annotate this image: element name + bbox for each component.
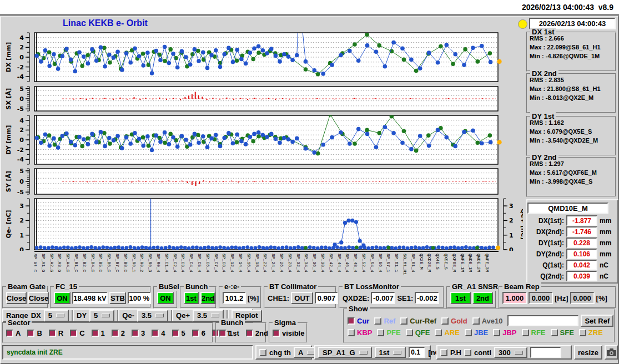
sector-checkbox-1[interactable] xyxy=(92,330,99,337)
bunch-2nd-button[interactable]: 2nd xyxy=(200,292,215,304)
monitor-row: DX(1st): -1.877 mm xyxy=(530,215,615,226)
ph-checkbox[interactable] xyxy=(440,349,447,356)
range-qe-minus-select[interactable]: 3.5 xyxy=(137,310,168,322)
x-axis-label: SP_C7_4 xyxy=(214,254,219,272)
dx2-min: -8.013@QX2E_M xyxy=(546,94,594,101)
bunch-checkbox-2nd[interactable] xyxy=(246,330,253,337)
show-checkbox-zre[interactable] xyxy=(579,329,586,336)
fc15-stb-button[interactable]: STB xyxy=(109,292,126,304)
menu-bar-icon xyxy=(515,351,523,355)
svg-text:5: 5 xyxy=(19,85,24,93)
sector-label: R xyxy=(58,329,63,337)
svg-text:0: 0 xyxy=(19,95,24,103)
sector-checkbox-3[interactable] xyxy=(132,330,139,337)
qxd2e-label: QXD2E: xyxy=(343,294,369,302)
dx-axis-label: DX [mm] xyxy=(5,42,12,72)
range-dy-select[interactable]: 5 xyxy=(89,310,114,322)
sector-checkbox-b[interactable] xyxy=(27,330,34,337)
sector-checkbox-5[interactable] xyxy=(172,330,179,337)
x-axis-label: SP_A1_G xyxy=(41,254,46,272)
sector-item: C xyxy=(70,329,84,337)
show-checkbox-kbp[interactable] xyxy=(348,329,355,336)
show-group: Show CurRefCur-RefGoldAve10 Set Ref KBPP… xyxy=(343,309,615,343)
chg-th-checkbox[interactable] xyxy=(259,349,266,356)
show-checkbox-gold[interactable] xyxy=(441,317,449,325)
x-axis-label: SP_24_4 xyxy=(271,254,276,272)
fc15-on-button[interactable]: ON xyxy=(54,292,71,304)
svg-text:2: 2 xyxy=(19,217,24,224)
show-checkbox-are[interactable] xyxy=(435,329,442,336)
beam-gate-close-1-button[interactable]: Close xyxy=(6,292,27,304)
monitor-row: DX(2nd): -1.746 mm xyxy=(530,226,615,237)
svg-text:3: 3 xyxy=(509,203,514,210)
monitor-row: Q(2nd): 0.039 nC xyxy=(530,271,615,281)
aux-input[interactable] xyxy=(530,347,561,358)
ref-file-input[interactable] xyxy=(507,315,578,326)
show-checkbox-jbe[interactable] xyxy=(465,329,472,336)
show-checkbox-sfe[interactable] xyxy=(551,329,558,336)
interval-select[interactable]: 300 xyxy=(494,347,527,358)
sector-label: 5 xyxy=(182,329,185,337)
svg-text:4: 4 xyxy=(19,117,24,124)
stats-title: DY 1st xyxy=(530,112,556,120)
gr-a1-1st-button[interactable]: 1st xyxy=(450,292,471,304)
fc15-group: FC_15 ON 18.498 kV STB 100 % xyxy=(50,286,151,309)
stats-title: DX 1st xyxy=(530,28,556,36)
sector-checkbox-2[interactable] xyxy=(112,330,119,337)
show-checkbox-ref[interactable] xyxy=(374,317,381,325)
show-checkbox-jbp[interactable] xyxy=(493,329,500,336)
range-dx-select[interactable]: 5 xyxy=(44,310,69,322)
sigma-checkbox-visible[interactable] xyxy=(273,330,280,337)
x-axis-label: QX5E_S xyxy=(444,254,449,270)
dy2-min: -3.998@QX4E_S xyxy=(546,178,593,185)
menu-bar-icon xyxy=(211,314,219,317)
svg-text:0: 0 xyxy=(19,54,24,61)
sector-checkbox-4[interactable] xyxy=(152,330,159,337)
sector-checkbox-a[interactable] xyxy=(6,330,13,337)
range-qe-minus-label: Qe- xyxy=(122,311,134,320)
sp-select[interactable]: SP_A1_G xyxy=(318,347,372,358)
page-title: Linac KEKB e- Orbit xyxy=(63,18,148,28)
bunch-select[interactable]: 1st xyxy=(375,347,406,358)
show-checkbox-cur[interactable] xyxy=(348,317,355,325)
set-ref-button[interactable]: Set Ref xyxy=(581,315,613,327)
show-label: PFE xyxy=(386,328,400,337)
sector-checkbox-r[interactable] xyxy=(49,330,56,337)
sector-item: 4 xyxy=(152,329,165,337)
resize-button[interactable]: resize xyxy=(574,345,602,360)
show-checkbox-pfe[interactable] xyxy=(377,329,384,336)
x-axis-label: SP_C3_4 xyxy=(180,254,185,272)
status-led-icon xyxy=(518,19,527,29)
sector-checkbox-c[interactable] xyxy=(70,330,77,337)
bt-collimator-group: BT Collimator CHE1: OUT 0.907 xyxy=(264,286,336,309)
gr-a1-2nd-button[interactable]: 2nd xyxy=(472,292,493,304)
fc15-percent-value: 100 % xyxy=(128,292,151,304)
show-checkbox-ave10[interactable] xyxy=(472,317,480,325)
sector-checkbox-6[interactable] xyxy=(192,330,199,337)
snapshot-button[interactable] xyxy=(605,345,618,360)
show-item: Cur-Ref xyxy=(400,317,436,325)
chg-th-toolbar: chg th A xyxy=(255,345,312,360)
show-checkbox-qfe[interactable] xyxy=(406,329,413,336)
bunch-checkbox-1st[interactable] xyxy=(219,330,227,337)
bunch-label: 1st xyxy=(229,329,239,337)
busel-on-button[interactable]: ON xyxy=(157,292,174,304)
x-axis-label: SP_38_4 xyxy=(320,254,325,272)
beam-gate-close-2-button[interactable]: Close xyxy=(28,292,49,304)
sy-axis-label: SY [Å] xyxy=(5,171,12,192)
svg-text:5: 5 xyxy=(19,168,24,175)
show-checkbox-rfe[interactable] xyxy=(522,329,529,336)
sector-label: C xyxy=(79,329,84,337)
sigma-group: Sigma visible xyxy=(269,322,308,343)
svg-text:3: 3 xyxy=(19,203,24,210)
bunch-1st-button[interactable]: 1st xyxy=(184,292,199,304)
conti-checkbox[interactable] xyxy=(464,349,471,356)
threshold-input[interactable] xyxy=(409,347,425,358)
show-label: Cur xyxy=(357,317,369,325)
bpm-monitor-panel: QMD10E_M DX(1st): -1.877 mm DX(2nd): -1.… xyxy=(526,199,618,284)
sp-select-toolbar: SP_A1_G 1st [nC] xyxy=(314,345,431,360)
x-axis-label: SP_B5_C xyxy=(98,254,103,272)
che1-out-button[interactable]: OUT xyxy=(291,292,313,304)
beam-gate-group: Beam Gate Close Close xyxy=(2,286,48,309)
show-checkbox-cur-ref[interactable] xyxy=(400,317,407,325)
